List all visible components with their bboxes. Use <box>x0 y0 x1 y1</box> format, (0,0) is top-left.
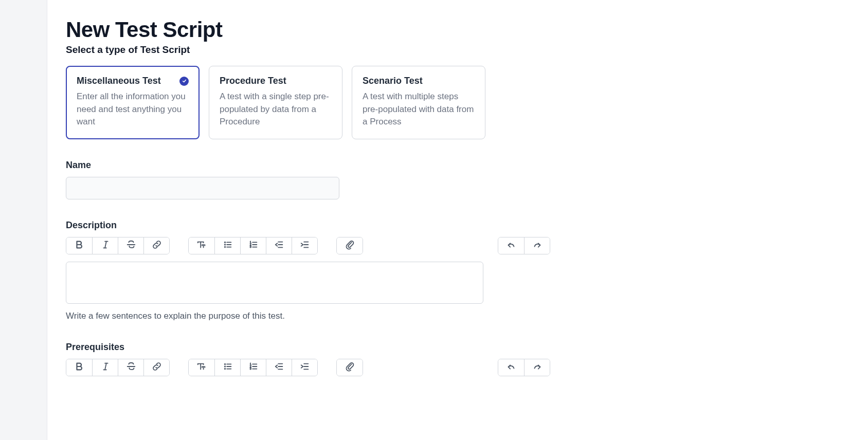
paragraph-group <box>188 359 318 376</box>
prerequisites-label: Prerequisites <box>66 342 849 353</box>
redo-icon <box>532 361 542 373</box>
type-card-title: Procedure Test <box>220 76 286 86</box>
type-card-procedure[interactable]: Procedure Test A test with a single step… <box>209 66 342 139</box>
type-card-scenario[interactable]: Scenario Test A test with multiple steps… <box>352 66 485 139</box>
strikethrough-button[interactable] <box>118 359 143 376</box>
undo-button[interactable] <box>498 359 524 376</box>
name-input[interactable] <box>66 177 339 199</box>
link-icon <box>152 240 162 251</box>
prerequisites-section: Prerequisites <box>66 342 849 376</box>
bold-icon <box>74 240 84 251</box>
indent-icon <box>300 361 310 373</box>
text-size-icon <box>196 240 207 251</box>
type-card-description: Enter all the information you need and t… <box>77 90 189 129</box>
history-group <box>498 237 550 254</box>
page-subtitle: Select a type of Test Script <box>66 44 849 56</box>
undo-icon <box>506 240 516 251</box>
page-title: New Test Script <box>66 17 849 42</box>
strikethrough-icon <box>126 361 136 373</box>
outdent-button[interactable] <box>266 237 292 254</box>
redo-button[interactable] <box>524 359 550 376</box>
italic-icon <box>100 240 111 251</box>
italic-icon <box>100 361 111 373</box>
description-helper: Write a few sentences to explain the pur… <box>66 311 849 321</box>
numbered-list-button[interactable] <box>240 359 266 376</box>
italic-button[interactable] <box>92 359 118 376</box>
text-size-button[interactable] <box>189 359 214 376</box>
type-card-title: Miscellaneous Test <box>77 76 161 86</box>
indent-button[interactable] <box>292 237 317 254</box>
name-section: Name <box>66 160 849 199</box>
italic-button[interactable] <box>92 237 118 254</box>
link-button[interactable] <box>143 359 169 376</box>
main-content: New Test Script Select a type of Test Sc… <box>47 0 868 440</box>
indent-icon <box>300 240 310 251</box>
left-nav-rail <box>0 0 47 440</box>
link-button[interactable] <box>143 237 169 254</box>
check-circle-icon <box>179 77 189 86</box>
strikethrough-icon <box>126 240 136 251</box>
history-group <box>498 359 550 376</box>
numbered-list-icon <box>248 240 259 251</box>
type-card-title: Scenario Test <box>363 76 423 86</box>
test-type-selector: Miscellaneous Test Enter all the informa… <box>66 66 849 139</box>
paragraph-group <box>188 237 318 254</box>
link-icon <box>152 361 162 373</box>
description-section: Description <box>66 220 849 321</box>
bullet-list-button[interactable] <box>214 237 240 254</box>
attachment-button[interactable] <box>337 237 363 254</box>
outdent-icon <box>274 240 284 251</box>
prerequisites-toolbar <box>66 359 849 376</box>
attachment-group <box>336 359 363 376</box>
format-group <box>66 359 170 376</box>
attachment-group <box>336 237 363 254</box>
text-size-icon <box>196 361 207 373</box>
bold-button[interactable] <box>66 359 92 376</box>
bold-icon <box>74 361 84 373</box>
type-card-description: A test with a single step pre-populated … <box>220 90 332 129</box>
bullet-list-button[interactable] <box>214 359 240 376</box>
outdent-button[interactable] <box>266 359 292 376</box>
numbered-list-button[interactable] <box>240 237 266 254</box>
redo-icon <box>532 240 542 251</box>
attachment-icon <box>345 240 355 251</box>
attachment-button[interactable] <box>337 359 363 376</box>
strikethrough-button[interactable] <box>118 237 143 254</box>
description-label: Description <box>66 220 849 231</box>
numbered-list-icon <box>248 361 259 373</box>
redo-button[interactable] <box>524 237 550 254</box>
bullet-list-icon <box>223 240 233 251</box>
text-size-button[interactable] <box>189 237 214 254</box>
outdent-icon <box>274 361 284 373</box>
attachment-icon <box>345 361 355 373</box>
format-group <box>66 237 170 254</box>
bold-button[interactable] <box>66 237 92 254</box>
name-label: Name <box>66 160 849 171</box>
type-card-description: A test with multiple steps pre-populated… <box>363 90 475 129</box>
undo-button[interactable] <box>498 237 524 254</box>
indent-button[interactable] <box>292 359 317 376</box>
type-card-miscellaneous[interactable]: Miscellaneous Test Enter all the informa… <box>66 66 200 139</box>
description-editor[interactable] <box>66 262 483 304</box>
undo-icon <box>506 361 516 373</box>
bullet-list-icon <box>223 361 233 373</box>
description-toolbar <box>66 237 849 254</box>
